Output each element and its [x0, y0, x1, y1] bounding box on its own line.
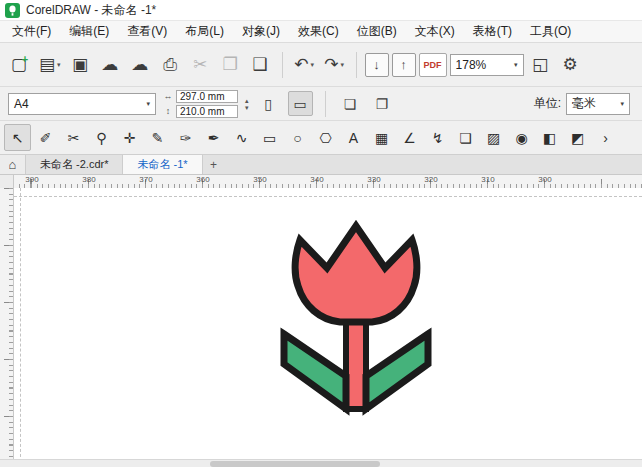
menu-layout[interactable]: 布局(L) [176, 21, 233, 42]
artistic-media-tool[interactable]: ✑ [172, 124, 199, 151]
freehand-tool[interactable]: ✎ [144, 124, 171, 151]
units-value: 毫米 [572, 95, 596, 112]
tulip-head[interactable] [295, 226, 417, 322]
pdf-icon: PDF [424, 60, 442, 70]
menu-object[interactable]: 对象(J) [233, 21, 289, 42]
ellipse-tool[interactable]: ○ [284, 124, 311, 151]
open-button[interactable]: ▤ ▾ [36, 49, 64, 81]
menu-edit[interactable]: 编辑(E) [60, 21, 118, 42]
connector-tool[interactable]: ↯ [424, 124, 451, 151]
page-height-input[interactable]: 210.0 mm [176, 105, 238, 118]
eyedropper-icon: ◉ [515, 130, 527, 146]
window-title: CorelDRAW - 未命名 -1* [26, 2, 156, 19]
options-button[interactable]: ⚙ [557, 49, 584, 81]
toolbox-overflow-button[interactable]: › [592, 124, 619, 151]
page-dimensions: ↔ 297.0 mm ↕ 210.0 mm [163, 90, 238, 118]
copy-button[interactable]: ❐ [217, 49, 244, 81]
document-tab-untitled-2[interactable]: 未命名 -2.cdr* [26, 155, 123, 174]
menu-view[interactable]: 查看(V) [118, 21, 176, 42]
save-button[interactable]: ▣ [67, 49, 94, 81]
ruler-row: 390 380 370 360 350 340 330 320 310 300 [0, 174, 642, 188]
page-size-value: A4 [14, 97, 29, 111]
scrollbar-thumb[interactable] [210, 461, 380, 467]
document-tab-untitled-1[interactable]: 未命名 -1* [123, 155, 202, 174]
polygon-tool-icon: ⎔ [319, 130, 331, 146]
rectangle-tool[interactable]: ▭ [256, 124, 283, 151]
vertical-ruler[interactable] [0, 188, 14, 467]
freehand-tool-icon: ✎ [152, 130, 164, 146]
units-select[interactable]: 毫米 ▾ [566, 93, 630, 115]
home-icon: ⌂ [9, 157, 17, 172]
portrait-button[interactable]: ▯ [256, 91, 281, 116]
all-pages-icon: ❐ [376, 96, 389, 112]
cloud-download-button[interactable]: ☁ [97, 49, 124, 81]
smart-fill-tool[interactable]: ◩ [564, 124, 591, 151]
drop-shadow-tool[interactable]: ❏ [452, 124, 479, 151]
horizontal-scrollbar[interactable] [0, 459, 642, 467]
shape-tool-icon: ✐ [40, 130, 52, 146]
crop-tool[interactable]: ✂ [60, 124, 87, 151]
cloud-upload-button[interactable]: ☁ [127, 49, 154, 81]
spinner-down-icon[interactable]: ▾ [245, 104, 249, 111]
transparency-icon: ▨ [487, 130, 500, 146]
menu-bitmaps[interactable]: 位图(B) [348, 21, 406, 42]
landscape-button[interactable]: ▭ [288, 91, 313, 116]
publish-pdf-button[interactable]: PDF [419, 53, 447, 77]
fullscreen-preview-icon: ◱ [532, 54, 548, 75]
welcome-screen-tab[interactable]: ⌂ [0, 155, 26, 174]
export-button[interactable]: ↑ [392, 53, 416, 77]
menu-effects[interactable]: 效果(C) [289, 21, 348, 42]
new-document-button[interactable]: ▢ + [6, 49, 33, 81]
open-folder-icon: ▤ [39, 54, 55, 75]
all-pages-button[interactable]: ❐ [370, 91, 395, 116]
pen-tool[interactable]: ✒ [200, 124, 227, 151]
text-tool[interactable]: A [340, 124, 367, 151]
menu-text[interactable]: 文本(X) [406, 21, 464, 42]
undo-button[interactable]: ↶ ▾ [291, 49, 318, 81]
dimension-spinner[interactable]: ▴ ▾ [245, 97, 249, 111]
redo-button[interactable]: ↷ ▾ [321, 49, 348, 81]
dimension-tool[interactable]: ∠ [396, 124, 423, 151]
shape-tool[interactable]: ✐ [32, 124, 59, 151]
cut-button[interactable]: ✂ [187, 49, 214, 81]
bezier-tool-icon: ∿ [236, 130, 248, 146]
drawing-layer [14, 188, 642, 467]
tulip-leaf-right[interactable] [366, 334, 428, 409]
import-button[interactable]: ↓ [365, 53, 389, 77]
toolbar-separator [325, 91, 326, 117]
interactive-fill-tool[interactable]: ◧ [536, 124, 563, 151]
spinner-up-icon[interactable]: ▴ [245, 97, 249, 104]
page-width-input[interactable]: 297.0 mm [176, 90, 238, 103]
pan-tool-icon: ✛ [124, 130, 136, 146]
canvas[interactable] [14, 188, 642, 467]
tulip-leaf-left[interactable] [284, 334, 346, 409]
interactive-fill-icon: ◧ [543, 130, 556, 146]
current-page-button[interactable]: ❏ [338, 91, 363, 116]
table-tool[interactable]: ▦ [368, 124, 395, 151]
page-size-select[interactable]: A4 ▾ [8, 93, 156, 115]
menu-tools[interactable]: 工具(O) [521, 21, 580, 42]
bezier-tool[interactable]: ∿ [228, 124, 255, 151]
fullscreen-preview-button[interactable]: ◱ [527, 49, 554, 81]
paste-button[interactable]: ❑ [247, 49, 274, 81]
horizontal-ruler[interactable]: 390 380 370 360 350 340 330 320 310 300 [14, 175, 642, 188]
landscape-page-icon: ▭ [293, 96, 306, 112]
print-button[interactable]: ⎙ [157, 49, 184, 81]
tab-label: 未命名 -1* [137, 157, 187, 172]
menu-file[interactable]: 文件(F) [3, 21, 60, 42]
tulip-drawing[interactable] [284, 226, 428, 409]
transparency-tool[interactable]: ▨ [480, 124, 507, 151]
color-eyedropper-tool[interactable]: ◉ [508, 124, 535, 151]
rectangle-tool-icon: ▭ [263, 130, 276, 146]
ruler-origin[interactable] [0, 175, 14, 188]
new-document-tab-button[interactable]: + [203, 155, 225, 174]
menu-table[interactable]: 表格(T) [464, 21, 521, 42]
zoom-level-select[interactable]: 178% ▾ [450, 54, 524, 76]
pick-tool[interactable]: ↖ [4, 124, 31, 151]
title-bar: CorelDRAW - 未命名 -1* [0, 0, 642, 20]
polygon-tool[interactable]: ⎔ [312, 124, 339, 151]
zoom-tool[interactable]: ⚲ [88, 124, 115, 151]
pick-tool-icon: ↖ [12, 130, 24, 146]
dimension-tool-icon: ∠ [403, 130, 416, 146]
pan-tool[interactable]: ✛ [116, 124, 143, 151]
